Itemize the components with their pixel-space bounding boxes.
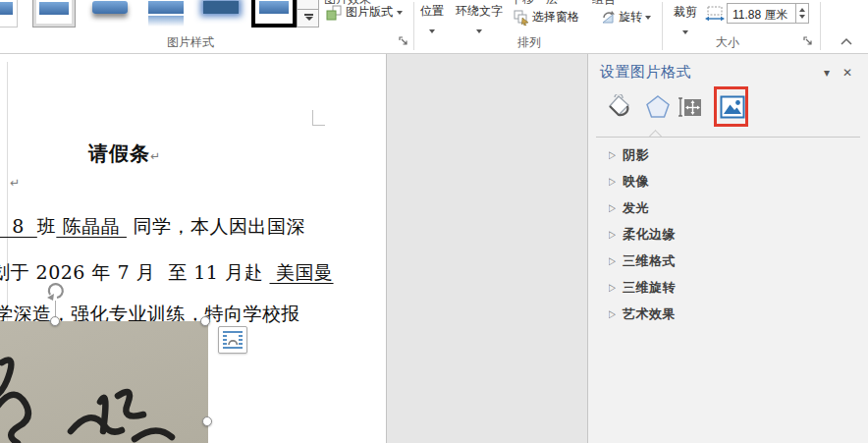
paragraph-mark: ↵ [150,149,161,163]
rotate-button[interactable]: 旋转 [600,9,651,26]
group-label-size: 大小 [716,34,739,51]
rotation-handle[interactable] [43,278,69,304]
stepper-up-icon [799,8,805,12]
shape-width-value: 11.88 厘米 [732,7,787,24]
crop-label: 裁剪 [674,5,697,19]
crop-button[interactable]: 裁剪 [674,2,697,38]
group-label-arrange: 排列 [517,34,541,51]
doc-text-run: 陈晶晶 [56,215,127,237]
document-canvas: 请假条↵ ↵ 8 班 陈晶晶 同学，本人因出国深 划于 2026 年 7 月 至… [0,54,587,443]
size-properties-icon [677,94,702,120]
expand-triangle-icon: ▷ [609,255,616,267]
expand-triangle-icon: ▷ [609,308,616,320]
margin-crop-mark [312,110,313,126]
doc-text-run: 美国曼 [269,261,333,283]
highlight-box [714,86,748,127]
expand-triangle-icon: ▷ [609,202,616,214]
layout-options-button[interactable] [218,326,247,354]
tab-fill-line[interactable] [605,93,632,121]
effect-section-label: 三维旋转 [623,279,676,297]
doc-text-run: 班 [37,215,57,237]
expand-triangle-icon: ▷ [609,282,616,294]
document-page[interactable]: 请假条↵ ↵ 8 班 陈晶晶 同学，本人因出国深 划于 2026 年 7 月 至… [0,54,387,443]
signature-strokes [0,321,208,443]
group-button-partial[interactable]: 组合 [592,0,636,6]
rotate-icon [600,10,616,26]
pane-close-button[interactable]: ✕ [842,66,852,80]
tab-separator [596,137,860,138]
paragraph-mark: ↵ [10,176,20,190]
effect-section-label: 柔化边缘 [623,226,676,244]
effect-section-row[interactable]: ▷映像 [588,168,868,194]
effect-section-label: 艺术效果 [623,305,676,323]
picture-layout-icon [326,5,342,21]
pane-options-button[interactable]: ▾ [824,66,830,80]
picture-style-thumbnail[interactable] [0,0,18,28]
margin-crop-mark [312,125,325,126]
selection-pane-icon [514,10,529,26]
selection-pane-button[interactable]: 选择窗格 [514,9,579,26]
signature-image[interactable] [0,321,208,443]
doc-text-line: 8 班 陈晶晶 同学，本人因出国深 [0,214,305,240]
group-label-picture-styles: 图片样式 [167,34,214,51]
width-stepper[interactable] [795,4,808,23]
resize-handle-top-right[interactable] [200,316,210,326]
ribbon: 图片效果 下移一层 组合 图片版式 图片样式 位置 环绕文字 [0,0,868,54]
effect-section-label: 发光 [623,199,649,217]
resize-handle-top[interactable] [50,316,60,326]
wrap-text-button[interactable]: 环绕文字 [456,1,503,37]
effect-section-row[interactable]: ▷三维格式 [588,248,868,274]
dialog-launcher-icon[interactable] [399,36,408,46]
send-backward-button-partial[interactable]: 下移一层 [511,0,587,6]
chevron-down-icon [429,29,435,33]
selection-pane-label: 选择窗格 [532,9,579,26]
collapse-ribbon-button[interactable] [840,37,853,46]
expand-triangle-icon: ▷ [609,176,616,188]
picture-style-thumbnail[interactable] [199,0,243,28]
effect-section-row[interactable]: ▷发光 [588,194,868,221]
picture-style-thumbnail[interactable] [251,0,297,28]
effect-section-row[interactable]: ▷阴影 [588,141,868,168]
layout-options-icon [223,330,243,350]
rotate-label: 旋转 [619,9,642,26]
chevron-down-icon [476,29,482,33]
doc-text-run: 8 [0,215,37,237]
effect-section-row[interactable]: ▷艺术效果 [588,301,868,327]
picture-layout-button[interactable]: 图片版式 [326,4,403,21]
picture-style-thumbnail[interactable] [32,0,76,28]
pane-title: 设置图片格式 [600,63,691,82]
shape-width-field[interactable]: 11.88 厘米 [727,3,809,24]
position-button[interactable]: 位置 [420,1,444,37]
gallery-more-icon [304,14,313,16]
picture-style-thumbnail[interactable] [88,0,132,28]
resize-handle-right[interactable] [202,416,212,426]
wrap-text-label: 环绕文字 [456,4,503,18]
effect-section-label: 阴影 [623,146,649,164]
dialog-launcher-icon[interactable] [803,36,813,46]
picture-layout-label: 图片版式 [346,4,393,21]
doc-text-run: 划于 2026 年 7 月 至 11 月赴 [0,261,269,283]
expand-triangle-icon: ▷ [609,229,616,241]
tab-effects[interactable] [644,93,672,121]
effect-section-row[interactable]: ▷柔化边缘 [588,221,868,248]
stepper-down-icon [799,15,805,19]
doc-text-run: 同学，本人因出国深 [127,215,305,237]
tab-layout-properties[interactable] [676,93,703,121]
effect-section-row[interactable]: ▷三维旋转 [588,274,868,301]
pentagon-icon [645,94,671,120]
doc-title: 请假条↵ [88,140,161,167]
chevron-down-icon [682,30,688,34]
effect-section-label: 映像 [623,173,649,191]
chevron-down-icon [645,16,651,20]
position-label: 位置 [420,4,444,18]
gallery-more-icon [305,17,313,21]
picture-style-thumbnail[interactable] [144,0,188,28]
paint-bucket-icon [606,94,631,120]
expand-triangle-icon: ▷ [609,149,616,161]
format-picture-pane: 设置图片格式 ▾ ✕ [588,54,868,443]
width-icon [705,6,725,22]
effect-section-label: 三维格式 [623,252,676,270]
word-window: 图片效果 下移一层 组合 图片版式 图片样式 位置 环绕文字 [0,0,868,443]
gallery-scrollbar[interactable] [297,0,319,28]
chevron-down-icon [397,11,403,15]
